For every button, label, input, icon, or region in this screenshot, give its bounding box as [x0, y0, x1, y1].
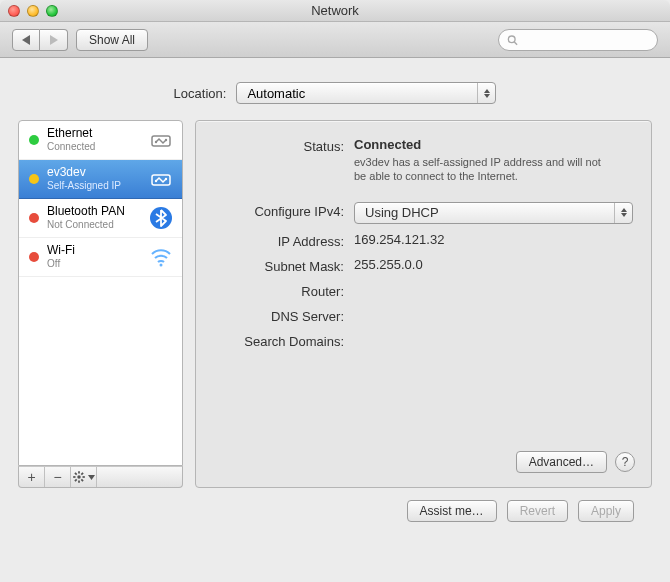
ip-address-label: IP Address:	[214, 232, 354, 249]
location-row: Location: Automatic	[18, 82, 652, 104]
minimize-icon[interactable]	[27, 5, 39, 17]
svg-line-19	[75, 479, 77, 481]
subnet-mask-row: Subnet Mask: 255.255.0.0	[214, 257, 633, 274]
status-dot-icon	[29, 174, 39, 184]
svg-point-2	[508, 35, 515, 42]
configure-ipv4-row: Configure IPv4: Using DHCP	[214, 202, 633, 224]
content-area: Location: Automatic EthernetConnectedev3…	[0, 58, 670, 532]
ethernet-icon	[148, 127, 174, 153]
router-row: Router:	[214, 282, 633, 299]
network-interface-list: EthernetConnectedev3devSelf-Assigned IPB…	[18, 120, 183, 466]
location-popup[interactable]: Automatic	[236, 82, 496, 104]
status-desc: ev3dev has a self-assigned IP address an…	[354, 155, 614, 184]
close-icon[interactable]	[8, 5, 20, 17]
location-label: Location:	[174, 86, 227, 101]
subnet-mask-label: Subnet Mask:	[214, 257, 354, 274]
help-button[interactable]: ?	[615, 452, 635, 472]
svg-point-5	[155, 141, 157, 143]
revert-button[interactable]: Revert	[507, 500, 568, 522]
svg-point-11	[160, 264, 163, 267]
sidebar-item-sub: Off	[47, 258, 140, 270]
dns-server-label: DNS Server:	[214, 307, 354, 324]
add-interface-button[interactable]: +	[19, 467, 45, 487]
advanced-row: Advanced… ?	[516, 451, 635, 473]
advanced-button[interactable]: Advanced…	[516, 451, 607, 473]
svg-line-17	[75, 473, 77, 475]
ethernet-icon	[148, 166, 174, 192]
status-value: Connected	[354, 137, 633, 152]
sidebar-wrap: EthernetConnectedev3devSelf-Assigned IPB…	[18, 120, 183, 488]
svg-point-8	[155, 180, 157, 182]
back-button[interactable]	[12, 29, 40, 51]
search-icon	[507, 34, 518, 46]
nav-back-forward	[12, 29, 68, 51]
search-input[interactable]	[522, 33, 649, 47]
sidebar-item-name: Bluetooth PAN	[47, 205, 140, 219]
sidebar-item-wi-fi[interactable]: Wi-FiOff	[19, 238, 182, 277]
triangle-right-icon	[50, 35, 58, 45]
apply-button[interactable]: Apply	[578, 500, 634, 522]
search-domains-row: Search Domains:	[214, 332, 633, 349]
sidebar-item-ev3dev[interactable]: ev3devSelf-Assigned IP	[19, 160, 182, 199]
dns-server-row: DNS Server:	[214, 307, 633, 324]
svg-point-12	[77, 475, 81, 479]
bottom-button-bar: Assist me… Revert Apply	[18, 488, 652, 522]
location-value: Automatic	[247, 86, 305, 101]
sidebar-item-name: ev3dev	[47, 166, 140, 180]
subnet-mask-value: 255.255.0.0	[354, 257, 633, 272]
router-label: Router:	[214, 282, 354, 299]
triangle-left-icon	[22, 35, 30, 45]
titlebar: Network	[0, 0, 670, 22]
svg-line-18	[81, 479, 83, 481]
sidebar-item-bluetooth-pan[interactable]: Bluetooth PANNot Connected	[19, 199, 182, 238]
gear-menu-button[interactable]	[71, 467, 97, 487]
svg-marker-21	[88, 475, 95, 480]
svg-line-20	[81, 473, 83, 475]
sidebar-item-text: ev3devSelf-Assigned IP	[47, 166, 140, 191]
sidebar-item-text: Bluetooth PANNot Connected	[47, 205, 140, 230]
window-title: Network	[311, 3, 359, 18]
sidebar-item-sub: Connected	[47, 141, 140, 153]
status-dot-icon	[29, 252, 39, 262]
status-row: Status: Connected ev3dev has a self-assi…	[214, 137, 633, 184]
configure-ipv4-value: Using DHCP	[365, 205, 439, 220]
svg-marker-1	[50, 35, 58, 45]
sidebar-item-sub: Not Connected	[47, 219, 140, 231]
gear-icon	[72, 470, 86, 484]
sidebar-item-name: Ethernet	[47, 127, 140, 141]
search-domains-label: Search Domains:	[214, 332, 354, 349]
configure-ipv4-label: Configure IPv4:	[214, 202, 354, 219]
ip-address-row: IP Address: 169.254.121.32	[214, 232, 633, 249]
svg-point-6	[165, 139, 167, 141]
ip-address-value: 169.254.121.32	[354, 232, 633, 247]
popup-arrows-icon	[614, 203, 632, 223]
svg-point-9	[165, 178, 167, 180]
sidebar-item-text: Wi-FiOff	[47, 244, 140, 269]
svg-line-3	[514, 42, 517, 45]
status-label: Status:	[214, 137, 354, 154]
forward-button[interactable]	[40, 29, 68, 51]
remove-interface-button[interactable]: −	[45, 467, 71, 487]
svg-marker-0	[22, 35, 30, 45]
status-dot-icon	[29, 213, 39, 223]
assist-me-button[interactable]: Assist me…	[407, 500, 497, 522]
show-all-button[interactable]: Show All	[76, 29, 148, 51]
sidebar-footer: + −	[18, 466, 183, 488]
configure-ipv4-popup[interactable]: Using DHCP	[354, 202, 633, 224]
bluetooth-icon	[148, 205, 174, 231]
toolbar: Show All	[0, 22, 670, 58]
traffic-lights	[8, 5, 58, 17]
sidebar-item-ethernet[interactable]: EthernetConnected	[19, 121, 182, 160]
sidebar-item-text: EthernetConnected	[47, 127, 140, 152]
detail-panel: Status: Connected ev3dev has a self-assi…	[195, 120, 652, 488]
wifi-icon	[148, 244, 174, 270]
sidebar-item-name: Wi-Fi	[47, 244, 140, 258]
toolbar-search[interactable]	[498, 29, 658, 51]
zoom-icon[interactable]	[46, 5, 58, 17]
popup-arrows-icon	[477, 83, 495, 103]
sidebar-item-sub: Self-Assigned IP	[47, 180, 140, 192]
status-dot-icon	[29, 135, 39, 145]
chevron-down-icon	[88, 475, 95, 480]
